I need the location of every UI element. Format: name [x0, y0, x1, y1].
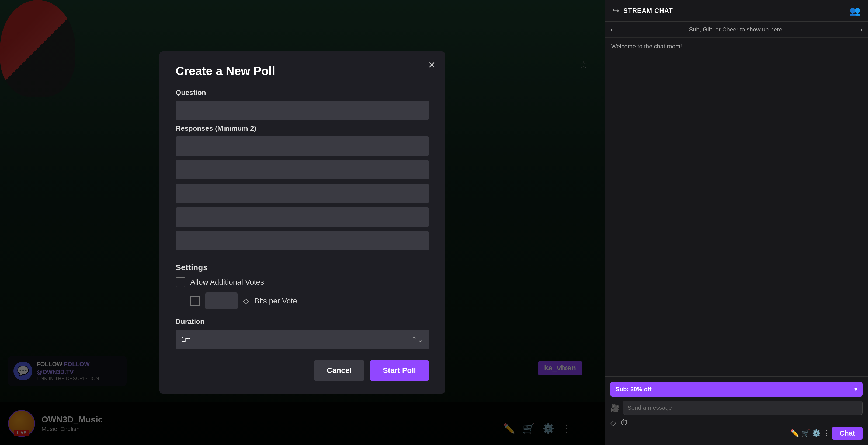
response-input-4[interactable]	[176, 207, 429, 227]
chat-nav-text: Sub, Gift, or Cheer to show up here!	[613, 26, 860, 33]
cancel-button[interactable]: Cancel	[314, 360, 365, 381]
settings-section-title: Settings	[176, 263, 429, 272]
chat-footer: Sub: 20% off ▾ 🎥 ◇ ⏱ ✏️ 🛒 ⚙️ ⋮ Chat	[605, 376, 868, 445]
duration-select[interactable]: 1m 2m 5m 10m 30m	[176, 330, 429, 349]
duration-label: Duration	[176, 317, 429, 326]
poll-modal: × Create a New Poll Question Responses (…	[159, 52, 445, 393]
nav-right-arrow[interactable]: ›	[860, 25, 863, 34]
chat-bottom-tabs: ✏️ 🛒 ⚙️ ⋮ Chat	[610, 427, 863, 440]
bits-gem-icon: ◇	[243, 297, 249, 305]
bits-input[interactable]: 10	[205, 293, 238, 309]
sub-badge-dropdown-icon[interactable]: ▾	[854, 386, 857, 393]
allow-votes-label: Allow Additional Votes	[190, 278, 264, 286]
reward-icon[interactable]: ◇	[610, 418, 616, 427]
close-button[interactable]: ×	[428, 59, 435, 71]
bits-checkbox[interactable]	[190, 296, 200, 306]
bits-label: Bits per Vote	[254, 297, 297, 305]
camera-icon: 🎥	[610, 404, 620, 412]
chat-sidebar: ↪ STREAM CHAT 👥 ‹ Sub, Gift, or Cheer to…	[604, 0, 868, 445]
chat-welcome: Welcome to the chat room!	[605, 38, 868, 56]
sub-badge-text: Sub: 20% off	[616, 386, 651, 393]
users-icon[interactable]: 👥	[850, 6, 861, 16]
response-input-5[interactable]	[176, 231, 429, 250]
chat-tab-active[interactable]: Chat	[832, 427, 863, 440]
chat-header: ↪ STREAM CHAT 👥	[605, 0, 868, 22]
response-input-1[interactable]	[176, 136, 429, 156]
bits-per-vote-row: 10 ◇ Bits per Vote	[190, 293, 429, 309]
chat-title: STREAM CHAT	[623, 7, 673, 14]
pencil-chat-icon[interactable]: ✏️	[790, 429, 799, 438]
duration-select-wrap: 1m 2m 5m 10m 30m ⌃⌄	[176, 330, 429, 349]
question-label: Question	[176, 89, 429, 97]
chat-input[interactable]	[623, 401, 863, 415]
allow-votes-row: Allow Additional Votes	[176, 277, 429, 287]
chat-nav-bar: ‹ Sub, Gift, or Cheer to show up here! ›	[605, 22, 868, 38]
start-poll-button[interactable]: Start Poll	[370, 360, 429, 381]
cart-chat-icon[interactable]: 🛒	[801, 429, 810, 438]
more-chat-icon[interactable]: ⋮	[823, 429, 830, 438]
sub-badge-bar[interactable]: Sub: 20% off ▾	[610, 382, 863, 397]
modal-title: Create a New Poll	[176, 64, 429, 78]
modal-footer: Cancel Start Poll	[176, 360, 429, 381]
allow-votes-checkbox[interactable]	[176, 277, 185, 287]
chat-header-left: ↪ STREAM CHAT	[612, 6, 673, 15]
nav-left-arrow[interactable]: ‹	[610, 25, 613, 34]
chat-input-actions: ◇ ⏱	[610, 418, 863, 427]
popout-icon[interactable]: ↪	[612, 6, 619, 15]
clock-icon[interactable]: ⏱	[620, 418, 628, 427]
question-input[interactable]	[176, 101, 429, 120]
modal-overlay: × Create a New Poll Question Responses (…	[0, 0, 604, 445]
response-input-2[interactable]	[176, 160, 429, 179]
chat-input-row: 🎥	[610, 401, 863, 415]
settings-chat-icon[interactable]: ⚙️	[812, 429, 820, 438]
chat-messages	[605, 56, 868, 376]
response-input-3[interactable]	[176, 184, 429, 203]
responses-label: Responses (Minimum 2)	[176, 124, 429, 133]
